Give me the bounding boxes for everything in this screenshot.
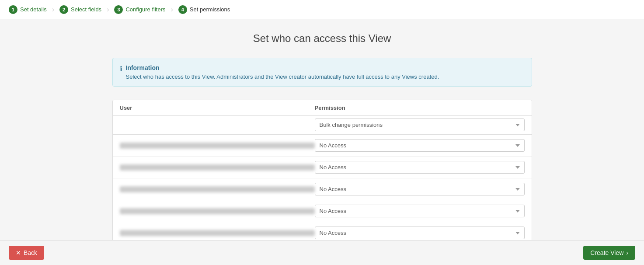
back-icon: ✕ bbox=[16, 249, 21, 256]
step-1-number: 1 bbox=[9, 5, 17, 14]
step-2: 2 Select fields bbox=[59, 5, 101, 14]
step-1: 1 Set details bbox=[9, 5, 47, 14]
permission-select-wrap: No Access Access bbox=[315, 139, 525, 152]
bulk-change-row: Bulk change permissions No Access Access bbox=[113, 116, 532, 135]
table-row: No Access Access bbox=[113, 157, 532, 178]
arrow-right-icon: › bbox=[626, 249, 628, 256]
permission-select[interactable]: No Access Access bbox=[315, 183, 525, 195]
permission-select-wrap: No Access Access bbox=[315, 183, 525, 195]
page-title: Set who can access this View bbox=[112, 32, 532, 45]
info-box: ℹ Information Select who has access to t… bbox=[112, 58, 532, 87]
main-content: Set who can access this View ℹ Informati… bbox=[104, 19, 541, 265]
user-name-blurred bbox=[120, 143, 315, 149]
permission-select-wrap: No Access Access bbox=[315, 161, 525, 174]
permissions-header-row: User Permission bbox=[113, 100, 532, 116]
bulk-change-select[interactable]: Bulk change permissions No Access Access bbox=[315, 119, 525, 131]
permission-select[interactable]: No Access Access bbox=[315, 161, 525, 174]
user-name-blurred bbox=[120, 186, 315, 192]
step-arrow-1: › bbox=[52, 6, 54, 14]
footer: ✕ Back Create View › bbox=[0, 240, 644, 265]
info-text: Select who has access to this View. Admi… bbox=[126, 73, 439, 80]
table-row: No Access Access bbox=[113, 178, 532, 200]
create-view-label: Create View bbox=[590, 249, 623, 256]
create-view-button[interactable]: Create View › bbox=[583, 246, 635, 260]
permission-select[interactable]: No Access Access bbox=[315, 205, 525, 217]
step-3: 3 Configure filters bbox=[114, 5, 165, 14]
user-column-header: User bbox=[120, 105, 315, 111]
bulk-change-select-wrap: Bulk change permissions No Access Access bbox=[315, 119, 525, 131]
back-button[interactable]: ✕ Back bbox=[9, 246, 44, 260]
step-4-number: 4 bbox=[178, 5, 187, 14]
permission-select[interactable]: No Access Access bbox=[315, 227, 525, 239]
user-name-blurred bbox=[120, 208, 315, 214]
step-arrow-3: › bbox=[171, 6, 173, 14]
info-icon: ℹ bbox=[120, 65, 122, 73]
step-1-label: Set details bbox=[20, 6, 47, 13]
step-3-number: 3 bbox=[114, 5, 123, 14]
step-2-number: 2 bbox=[59, 5, 68, 14]
step-4: 4 Set permissions bbox=[178, 5, 230, 14]
step-arrow-2: › bbox=[107, 6, 109, 14]
permission-column-header: Permission bbox=[315, 105, 525, 111]
permission-select-wrap: No Access Access bbox=[315, 205, 525, 217]
permission-select-wrap: No Access Access bbox=[315, 227, 525, 239]
table-row: No Access Access bbox=[113, 200, 532, 222]
back-label: Back bbox=[24, 249, 37, 256]
info-content: Information Select who has access to thi… bbox=[126, 64, 439, 80]
step-2-label: Select fields bbox=[71, 6, 101, 13]
step-4-label: Set permissions bbox=[190, 6, 230, 13]
step-3-label: Configure filters bbox=[125, 6, 165, 13]
permission-select[interactable]: No Access Access bbox=[315, 139, 525, 152]
user-name-blurred bbox=[120, 164, 315, 171]
user-name-blurred bbox=[120, 230, 315, 236]
table-row: No Access Access bbox=[113, 135, 532, 157]
wizard-steps-bar: 1 Set details › 2 Select fields › 3 Conf… bbox=[0, 0, 644, 19]
info-title: Information bbox=[126, 64, 439, 71]
